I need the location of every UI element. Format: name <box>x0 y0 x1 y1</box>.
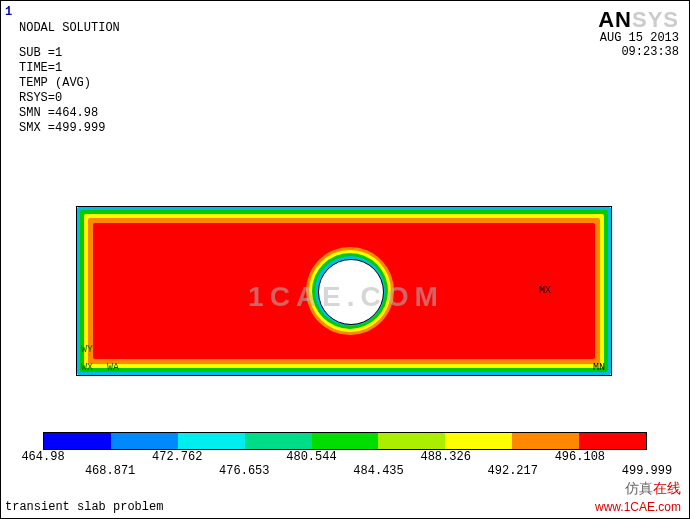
time-text: 09:23:38 <box>600 45 679 59</box>
info-smn: SMN =464.98 <box>19 106 120 121</box>
ansys-plot-window: 1 ANSYS AUG 15 2013 09:23:38 NODAL SOLUT… <box>0 0 690 519</box>
legend-tick: 468.871 <box>85 464 135 478</box>
legend-tick: 476.653 <box>219 464 269 478</box>
legend-segment <box>445 433 512 449</box>
info-sub: SUB =1 <box>19 46 120 61</box>
watermark-center: 1CAE.COM <box>1 281 690 313</box>
info-time: TIME=1 <box>19 61 120 76</box>
info-title: NODAL SOLUTION <box>19 21 120 36</box>
legend-ticks: 464.98468.871472.762476.653480.544484.43… <box>43 450 647 478</box>
legend-segment <box>378 433 445 449</box>
legend-tick: 464.98 <box>21 450 64 464</box>
plot-title: transient slab problem <box>5 500 163 514</box>
legend-tick: 472.762 <box>152 450 202 464</box>
wy-label: WY <box>81 344 93 355</box>
legend-tick: 499.999 <box>622 464 672 478</box>
legend-bar <box>43 432 647 450</box>
logo-part-sys: SYS <box>632 7 679 32</box>
legend-tick: 496.108 <box>555 450 605 464</box>
mn-label: MN <box>593 362 605 373</box>
wa-label: WA <box>107 362 119 373</box>
info-smx: SMX =499.999 <box>19 121 120 136</box>
logo-part-an: AN <box>598 7 632 32</box>
legend-tick: 492.217 <box>488 464 538 478</box>
ansys-logo: ANSYS <box>598 7 679 33</box>
watermark-site-logo: 仿真在线 <box>625 480 681 498</box>
info-var: TEMP (AVG) <box>19 76 120 91</box>
legend-segment <box>111 433 178 449</box>
legend-segment <box>512 433 579 449</box>
watermark-text-a: 仿真 <box>625 480 653 496</box>
legend-tick: 488.326 <box>420 450 470 464</box>
solution-info: NODAL SOLUTION SUB =1 TIME=1 TEMP (AVG) … <box>19 21 120 136</box>
datetime-block: AUG 15 2013 09:23:38 <box>600 31 679 60</box>
wx-label: WX <box>81 362 93 373</box>
legend-segment <box>245 433 312 449</box>
date-text: AUG 15 2013 <box>600 31 679 45</box>
legend-segment <box>44 433 111 449</box>
watermark-text-b: 在线 <box>653 480 681 496</box>
legend-tick: 480.544 <box>286 450 336 464</box>
legend-segment <box>178 433 245 449</box>
color-legend: 464.98468.871472.762476.653480.544484.43… <box>43 432 647 478</box>
window-number: 1 <box>5 5 12 19</box>
legend-segment <box>312 433 379 449</box>
watermark-url: www.1CAE.com <box>595 500 681 514</box>
legend-tick: 484.435 <box>353 464 403 478</box>
legend-segment <box>579 433 646 449</box>
info-rsys: RSYS=0 <box>19 91 120 106</box>
